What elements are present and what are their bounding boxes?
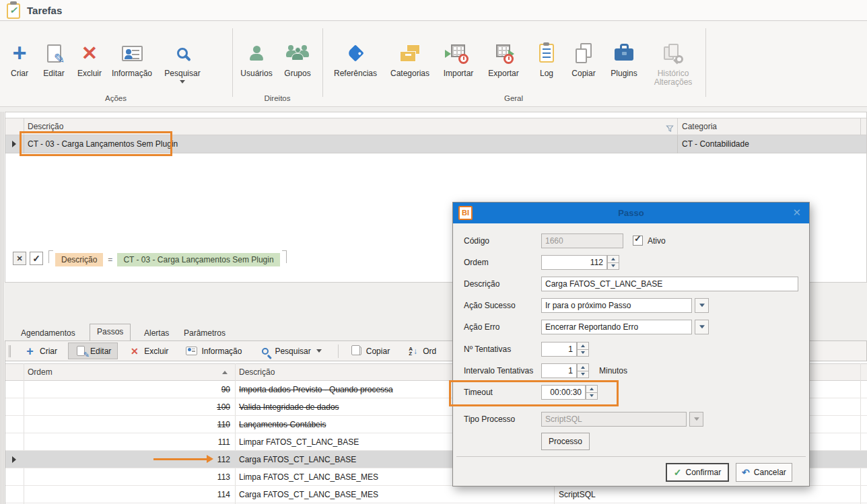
informacao-button[interactable]: Informação bbox=[106, 39, 158, 78]
excluir-button[interactable]: Excluir bbox=[73, 39, 106, 78]
boxes-icon bbox=[397, 40, 423, 66]
step-row[interactable]: 114 Carga FATOS_CT_LANC_BASE_MES ScriptS… bbox=[5, 486, 867, 503]
column-header-descricao[interactable]: Descrição bbox=[239, 364, 275, 380]
ativo-checkbox[interactable] bbox=[633, 236, 643, 246]
descricao-label: Descrição bbox=[464, 277, 499, 291]
filter-value-chip[interactable]: CT - 03 - Carga Lançamentos Sem Plugin bbox=[117, 253, 279, 266]
acao-sucesso-dropdown-button[interactable] bbox=[695, 298, 709, 313]
calendar-import-icon bbox=[446, 40, 471, 66]
intervalo-field[interactable]: 1 bbox=[541, 363, 577, 378]
codigo-label: Código bbox=[464, 233, 489, 248]
ribbon-separator bbox=[322, 28, 323, 97]
id-card-icon bbox=[119, 40, 145, 66]
cancelar-button[interactable]: Cancelar bbox=[736, 463, 792, 482]
copiar-button[interactable]: Copiar bbox=[565, 39, 602, 78]
criar-button[interactable]: Criar bbox=[4, 39, 35, 78]
exportar-button[interactable]: Exportar bbox=[482, 39, 525, 78]
ordem-field[interactable]: 112 bbox=[541, 255, 607, 270]
steps-pesquisar-button[interactable]: Pesquisar bbox=[252, 343, 328, 359]
row-indicator-icon bbox=[12, 456, 16, 463]
steps-criar-button[interactable]: Criar bbox=[18, 343, 64, 359]
annotation-arrow bbox=[153, 458, 211, 460]
tab-passos[interactable]: Passos bbox=[90, 324, 131, 340]
usuarios-button[interactable]: Usuários bbox=[237, 39, 276, 78]
intervalo-spinner[interactable] bbox=[577, 363, 589, 378]
log-button[interactable]: Log bbox=[530, 39, 563, 78]
undo-icon bbox=[742, 467, 750, 478]
processo-button[interactable]: Processo bbox=[541, 433, 590, 450]
ativo-label: Ativo bbox=[648, 233, 666, 248]
tentativas-field[interactable]: 1 bbox=[541, 342, 577, 357]
pesquisar-button[interactable]: Pesquisar bbox=[159, 39, 206, 86]
steps-copiar-button[interactable]: Copiar bbox=[344, 343, 396, 359]
editar-button[interactable]: Editar bbox=[38, 39, 70, 78]
edit-document-icon bbox=[75, 345, 86, 357]
clipboard-check-icon bbox=[7, 1, 22, 20]
filter-bar: Descrição = CT - 03 - Carga Lançamentos … bbox=[13, 250, 287, 267]
passo-dialog: BI Passo ✕ Código 1660 Ativo Ordem 112 D… bbox=[452, 202, 810, 487]
categorias-button[interactable]: Categorias bbox=[385, 39, 435, 78]
intervalo-label: Intervalo Tentativas bbox=[464, 363, 533, 378]
search-icon bbox=[259, 345, 271, 357]
steps-informacao-button[interactable]: Informação bbox=[179, 343, 248, 359]
tab-parametros[interactable]: Parâmetros bbox=[177, 326, 232, 340]
ribbon-group-geral: Geral bbox=[323, 94, 704, 102]
acao-erro-dropdown-button[interactable] bbox=[695, 320, 709, 334]
history-search-icon bbox=[660, 40, 686, 66]
toolbar-grip[interactable] bbox=[9, 345, 11, 357]
toolbar-separator bbox=[338, 345, 339, 358]
column-header-ordem[interactable]: Ordem bbox=[28, 364, 53, 380]
filter-remove-button[interactable] bbox=[13, 252, 26, 265]
dock-gutter bbox=[1, 112, 3, 504]
plugins-button[interactable]: Plugins bbox=[604, 39, 644, 78]
dialog-footer-divider bbox=[456, 456, 806, 457]
tab-alertas[interactable]: Alertas bbox=[137, 326, 176, 340]
ribbon-separator bbox=[705, 28, 706, 97]
close-icon[interactable]: ✕ bbox=[792, 203, 801, 223]
filter-field-chip[interactable]: Descrição bbox=[55, 253, 103, 266]
delete-x-icon bbox=[129, 345, 140, 357]
search-icon bbox=[170, 40, 195, 66]
tab-agendamentos[interactable]: Agendamentos bbox=[14, 326, 82, 340]
ribbon-toolbar: Criar Editar Excluir Informação Pesquisa… bbox=[0, 22, 867, 107]
column-header-categoria[interactable]: Categoria bbox=[682, 118, 717, 135]
id-card-icon bbox=[186, 345, 197, 357]
check-icon bbox=[674, 467, 682, 478]
chevron-down-icon bbox=[316, 349, 322, 355]
grupos-button[interactable]: Grupos bbox=[279, 39, 316, 78]
user-group-icon bbox=[285, 40, 310, 66]
plus-icon bbox=[7, 40, 32, 66]
page-title: Tarefas bbox=[27, 0, 62, 21]
ribbon-separator bbox=[232, 28, 233, 97]
annotation-highlight-box bbox=[20, 131, 172, 156]
filter-funnel-icon[interactable] bbox=[666, 123, 674, 135]
filter-expression: Descrição = CT - 03 - Carga Lançamentos … bbox=[48, 250, 287, 266]
ordem-spinner[interactable] bbox=[607, 255, 619, 270]
tentativas-spinner[interactable] bbox=[577, 342, 589, 357]
steps-editar-button[interactable]: Editar bbox=[68, 343, 118, 359]
copy-icon bbox=[571, 40, 596, 66]
ribbon-group-direitos: Direitos bbox=[233, 94, 322, 102]
calendar-export-icon bbox=[491, 40, 516, 66]
acao-sucesso-label: Ação Sucesso bbox=[464, 298, 516, 313]
sort-az-icon bbox=[407, 345, 419, 357]
referencias-button[interactable]: Referências bbox=[328, 39, 382, 78]
dialog-title-bar[interactable]: BI Passo ✕ bbox=[453, 203, 809, 223]
confirmar-button[interactable]: Confirmar bbox=[666, 463, 729, 482]
filter-operator[interactable]: = bbox=[108, 253, 112, 266]
acao-erro-field[interactable]: Encerrar Reportando Erro bbox=[541, 320, 692, 334]
importar-button[interactable]: Importar bbox=[438, 39, 479, 78]
edit-document-icon bbox=[41, 40, 67, 66]
acao-sucesso-field[interactable]: Ir para o próximo Passo bbox=[541, 298, 692, 313]
sort-ascending-icon bbox=[222, 371, 228, 374]
codigo-field: 1660 bbox=[541, 233, 623, 248]
steps-excluir-button[interactable]: Excluir bbox=[122, 343, 175, 359]
app-window: Tarefas Criar Editar Excluir Informação … bbox=[0, 0, 867, 504]
step-tipo-cell: ScriptSQL bbox=[559, 486, 596, 503]
steps-ordenar-button[interactable]: Ord bbox=[401, 343, 443, 359]
tipo-processo-field: ScriptSQL bbox=[541, 412, 687, 427]
user-icon bbox=[244, 40, 269, 66]
filter-enabled-checkbox[interactable] bbox=[30, 252, 43, 265]
descricao-field[interactable]: Carga FATOS_CT_LANC_BASE bbox=[541, 277, 798, 291]
clipboard-log-icon bbox=[534, 40, 559, 66]
